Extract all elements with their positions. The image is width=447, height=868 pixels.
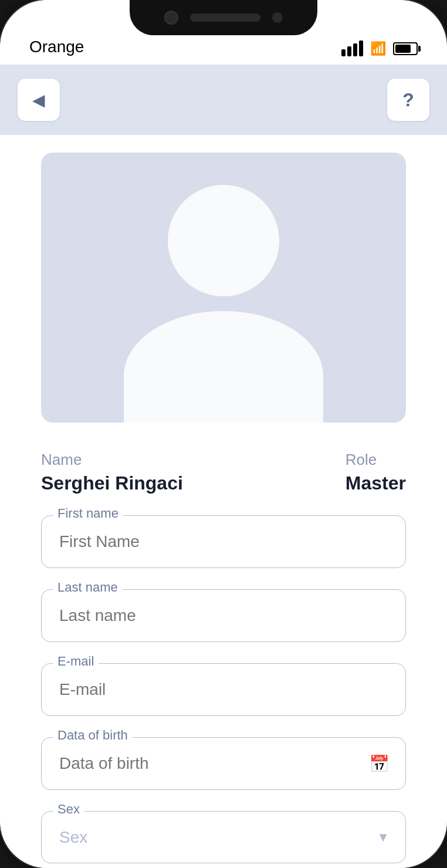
sex-label: Sex	[53, 802, 84, 817]
email-input[interactable]	[41, 663, 406, 716]
phone-screen: Orange 📶 ◀ ?	[0, 0, 447, 868]
battery-icon	[393, 42, 418, 55]
sex-select-wrapper: Sex Male Female Other ▼	[41, 811, 406, 863]
name-label: Name	[41, 451, 183, 469]
profile-name-field: Name Serghei Ringaci	[41, 451, 183, 494]
role-label: Role	[346, 451, 406, 469]
avatar-section	[41, 135, 406, 434]
sex-select[interactable]: Sex Male Female Other	[41, 811, 406, 863]
dob-label: Data of birth	[53, 728, 133, 743]
email-label: E-mail	[53, 654, 99, 669]
profile-role-field: Role Master	[346, 451, 406, 494]
last-name-label: Last name	[53, 580, 123, 595]
first-name-input[interactable]	[41, 515, 406, 568]
carrier-label: Orange	[29, 38, 84, 56]
email-field: E-mail	[41, 663, 406, 716]
dob-input[interactable]	[41, 737, 406, 790]
back-icon: ◀	[32, 90, 45, 110]
signal-icon	[341, 40, 363, 56]
dob-field: Data of birth 📅	[41, 737, 406, 790]
help-icon: ?	[402, 89, 414, 111]
sex-field: Sex Sex Male Female Other ▼	[41, 811, 406, 863]
avatar-circle	[168, 185, 279, 296]
dot-sensor	[272, 12, 283, 23]
first-name-label: First name	[53, 506, 123, 521]
main-content: Name Serghei Ringaci Role Master First n…	[0, 135, 447, 868]
last-name-field: Last name	[41, 589, 406, 642]
help-button[interactable]: ?	[387, 79, 429, 121]
calendar-icon: 📅	[369, 754, 390, 774]
name-value: Serghei Ringaci	[41, 472, 183, 494]
notch	[130, 0, 317, 35]
role-value: Master	[346, 472, 406, 494]
wifi-icon: 📶	[370, 41, 386, 56]
phone-frame: Orange 📶 ◀ ?	[0, 0, 447, 868]
speaker	[190, 13, 260, 22]
avatar-container[interactable]	[41, 153, 406, 423]
profile-info: Name Serghei Ringaci Role Master	[41, 451, 406, 494]
last-name-input[interactable]	[41, 589, 406, 642]
nav-bar: ◀ ?	[0, 65, 447, 135]
avatar-body	[124, 311, 323, 423]
back-button[interactable]: ◀	[18, 79, 60, 121]
first-name-field: First name	[41, 515, 406, 568]
avatar-placeholder	[41, 153, 406, 423]
status-indicators: 📶	[341, 40, 418, 56]
camera	[164, 11, 178, 25]
